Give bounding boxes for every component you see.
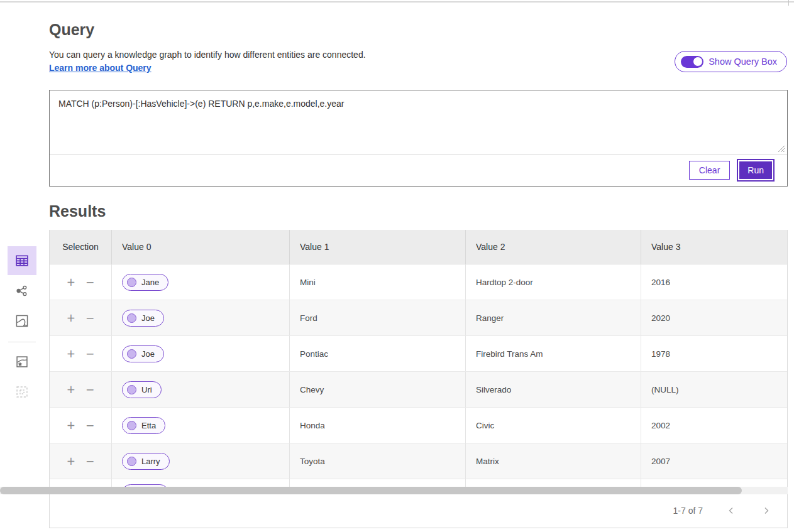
entity-pill[interactable]: Joe — [122, 310, 164, 327]
cell-value1: Pontiac — [290, 336, 466, 371]
remove-from-selection-button[interactable]: − — [85, 420, 94, 431]
add-to-selection-button[interactable]: + — [67, 456, 75, 467]
cell-value3: 2016 — [641, 264, 787, 300]
new-map-from-results-button[interactable] — [8, 347, 36, 376]
add-to-selection-button[interactable]: + — [67, 313, 75, 323]
cell-value3: (NULL) — [641, 372, 787, 407]
query-button-bar: Clear Run — [50, 154, 787, 186]
link-chart-view-icon — [15, 284, 29, 298]
table-footer: 1-7 of 7 — [50, 494, 787, 528]
entity-pill[interactable]: Joe — [122, 345, 164, 362]
run-button[interactable]: Run — [737, 159, 775, 182]
cell-value3: 2002 — [641, 408, 787, 443]
show-query-box-toggle[interactable]: Show Query Box — [675, 51, 787, 72]
chevron-left-icon — [727, 506, 736, 515]
table-row: + − Larry Toyota Matrix 2007 — [50, 443, 787, 479]
pagination-range: 1-7 of 7 — [673, 506, 703, 516]
entity-node-icon — [127, 421, 136, 430]
add-to-selection-button[interactable]: + — [67, 384, 75, 395]
query-input[interactable]: MATCH (p:Person)-[:HasVehicle]->(e) RETU… — [50, 90, 787, 154]
query-textarea-wrap: MATCH (p:Person)-[:HasVehicle]->(e) RETU… — [50, 90, 787, 154]
entity-pill[interactable]: Uri — [122, 381, 162, 398]
column-header-value1: Value 1 — [290, 230, 466, 264]
toggle-switch-icon[interactable] — [681, 56, 703, 68]
add-to-selection-button[interactable]: + — [67, 420, 75, 431]
table-row: + − Joe Pontiac Firebird Trans Am 1978 — [50, 336, 787, 372]
cell-value1: Honda — [290, 408, 466, 443]
add-to-selection-button[interactable]: + — [67, 277, 75, 288]
new-map-icon — [15, 355, 29, 369]
table-view-icon — [15, 254, 29, 268]
entity-pill[interactable]: Jane — [122, 274, 168, 291]
scrollbar-tick — [788, 0, 789, 6]
cell-value1: Ford — [290, 300, 466, 335]
table-view-button[interactable] — [8, 246, 36, 275]
cell-value2: Silverado — [466, 372, 641, 407]
query-box: MATCH (p:Person)-[:HasVehicle]->(e) RETU… — [49, 90, 788, 187]
results-table: Selection Value 0 Value 1 Value 2 Value … — [49, 230, 788, 528]
selection-square-icon — [15, 385, 29, 399]
entity-node-icon — [127, 278, 136, 287]
cell-value2: Matrix — [466, 443, 641, 479]
cell-value3: 1978 — [641, 336, 787, 371]
cell-value2: Hardtop 2-door — [466, 264, 641, 300]
horizontal-scrollbar-thumb[interactable] — [0, 487, 742, 494]
cell-value3: 2007 — [641, 443, 787, 479]
resize-handle-icon[interactable] — [778, 145, 785, 153]
view-switcher-rail — [8, 246, 36, 408]
cell-value2: Civic — [466, 408, 641, 443]
map-view-icon — [15, 314, 29, 328]
rail-divider — [8, 342, 36, 342]
table-row: + − Etta Honda Civic 2002 — [50, 408, 787, 443]
column-header-selection: Selection — [50, 230, 112, 264]
map-view-button[interactable] — [8, 307, 36, 335]
horizontal-scrollbar[interactable] — [0, 487, 788, 494]
panel-top-border — [0, 1, 794, 3]
column-header-value0: Value 0 — [112, 230, 290, 264]
entity-pill[interactable]: Larry — [122, 453, 170, 470]
entity-node-icon — [127, 313, 136, 323]
remove-from-selection-button[interactable]: − — [85, 384, 94, 395]
entity-pill[interactable]: Etta — [122, 417, 165, 434]
link-chart-view-button[interactable] — [8, 276, 36, 305]
column-header-value3: Value 3 — [641, 230, 787, 264]
cell-value1: Chevy — [290, 372, 466, 407]
entity-node-icon — [127, 385, 136, 394]
remove-from-selection-button[interactable]: − — [85, 349, 94, 359]
cell-value2: Firebird Trans Am — [466, 336, 641, 371]
cell-value3: 2020 — [641, 300, 787, 335]
table-header-row: Selection Value 0 Value 1 Value 2 Value … — [50, 230, 787, 264]
next-page-button[interactable] — [759, 504, 773, 518]
table-row: + − Uri Chevy Silverado (NULL) — [50, 372, 787, 408]
entity-node-icon — [127, 349, 136, 359]
table-row: + − Jane Mini Hardtop 2-door 2016 — [50, 264, 787, 300]
page-description: You can query a knowledge graph to ident… — [49, 50, 366, 60]
clear-button[interactable]: Clear — [689, 161, 730, 180]
table-row: + − Joe Ford Ranger 2020 — [50, 300, 787, 336]
learn-more-link[interactable]: Learn more about Query — [49, 63, 152, 73]
remove-from-selection-button[interactable]: − — [85, 277, 94, 288]
table-row-partial — [50, 479, 787, 487]
chevron-right-icon — [762, 506, 771, 515]
selection-tools-button — [8, 377, 36, 406]
remove-from-selection-button[interactable]: − — [85, 313, 94, 323]
cell-value2: Ranger — [466, 300, 641, 335]
previous-page-button[interactable] — [724, 504, 738, 518]
toggle-label: Show Query Box — [709, 57, 777, 67]
page-title: Query — [49, 21, 94, 39]
results-title: Results — [49, 202, 106, 220]
column-header-value2: Value 2 — [466, 230, 641, 264]
cell-value1: Toyota — [290, 443, 466, 479]
add-to-selection-button[interactable]: + — [67, 349, 75, 359]
entity-node-icon — [127, 457, 136, 466]
remove-from-selection-button[interactable]: − — [85, 456, 94, 467]
cell-value1: Mini — [290, 264, 466, 300]
